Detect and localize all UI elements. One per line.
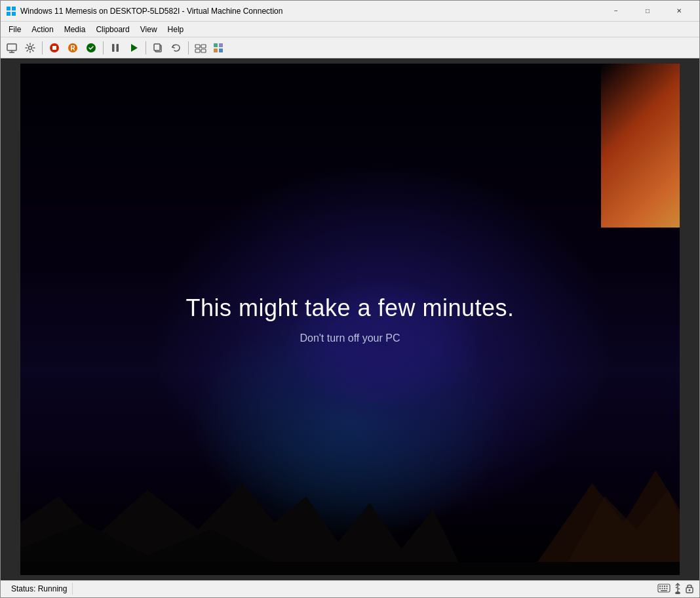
svg-rect-17 (154, 44, 160, 50)
svg-rect-3 (12, 12, 16, 16)
vm-main-text: This might take a few minutes. (185, 294, 514, 322)
svg-text:R: R (70, 45, 75, 52)
toolbar-settings-btn[interactable] (22, 39, 39, 56)
status-left: Status: Running (6, 583, 73, 595)
toolbar-undo-btn[interactable] (168, 39, 185, 56)
toolbar-sep-2 (103, 41, 104, 54)
svg-rect-23 (219, 43, 223, 47)
svg-marker-15 (131, 44, 138, 52)
menu-media[interactable]: Media (59, 23, 91, 36)
svg-rect-33 (662, 586, 663, 587)
svg-rect-34 (664, 586, 665, 587)
maximize-button[interactable]: □ (632, 1, 663, 22)
window-title: Windows 11 Memesis on DESKTOP-5LD582I - … (20, 7, 601, 16)
title-bar: Windows 11 Memesis on DESKTOP-5LD582I - … (1, 1, 699, 22)
menu-view[interactable]: View (135, 23, 163, 36)
svg-rect-24 (214, 49, 218, 52)
app-icon (6, 6, 16, 16)
svg-rect-40 (661, 590, 667, 591)
svg-rect-13 (112, 44, 115, 52)
toolbar-sep-3 (146, 41, 146, 54)
usb-icon (673, 582, 682, 596)
svg-rect-0 (7, 7, 10, 10)
menu-help[interactable]: Help (163, 23, 189, 36)
status-running: Status: Running (6, 583, 73, 595)
vm-text-overlay: This might take a few minutes. Don't tur… (185, 294, 514, 344)
svg-point-44 (689, 589, 691, 591)
svg-rect-21 (201, 49, 206, 52)
menu-action[interactable]: Action (26, 23, 58, 36)
menu-file[interactable]: File (3, 23, 26, 36)
svg-rect-32 (659, 586, 661, 587)
lock-icon (685, 583, 694, 595)
svg-rect-37 (662, 588, 663, 589)
toolbar-sep-4 (188, 41, 189, 54)
toolbar-stats-btn[interactable] (210, 39, 227, 56)
minimize-button[interactable]: − (601, 1, 631, 22)
svg-rect-36 (659, 588, 661, 589)
svg-rect-38 (664, 588, 665, 589)
toolbar-checkpoint-btn[interactable] (83, 39, 100, 56)
toolbar-reset-btn[interactable]: R (64, 39, 81, 56)
svg-rect-30 (20, 562, 680, 575)
close-button[interactable]: ✕ (664, 1, 694, 22)
menu-clipboard[interactable]: Clipboard (90, 23, 134, 36)
toolbar-copy-btn[interactable] (149, 39, 166, 56)
svg-rect-4 (7, 44, 16, 50)
toolbar-ctrlaltdel-btn[interactable] (192, 39, 209, 56)
status-right (657, 582, 694, 596)
svg-rect-19 (201, 45, 206, 48)
svg-point-7 (29, 46, 32, 49)
svg-rect-22 (214, 43, 218, 47)
sunset-glow (601, 64, 680, 228)
toolbar-sep-1 (42, 41, 43, 54)
main-window: Windows 11 Memesis on DESKTOP-5LD582I - … (0, 0, 700, 598)
svg-rect-1 (12, 7, 16, 10)
menu-bar: File Action Media Clipboard View Help (1, 22, 699, 37)
svg-rect-14 (117, 44, 119, 52)
svg-rect-35 (667, 586, 668, 587)
vm-screen[interactable]: This might take a few minutes. Don't tur… (20, 64, 680, 575)
svg-rect-20 (195, 49, 200, 52)
status-bar: Status: Running (1, 580, 699, 597)
svg-rect-2 (7, 12, 10, 16)
svg-rect-9 (52, 46, 56, 50)
svg-point-42 (678, 588, 680, 589)
svg-point-41 (676, 587, 677, 588)
window-controls: − □ ✕ (601, 1, 694, 22)
toolbar-stop-btn[interactable] (46, 39, 63, 56)
toolbar: R (1, 37, 699, 58)
svg-rect-25 (219, 49, 223, 52)
keyboard-icon (657, 584, 671, 595)
svg-rect-18 (195, 45, 200, 48)
svg-rect-39 (667, 588, 668, 589)
toolbar-connect-btn[interactable] (3, 39, 20, 56)
mountain-silhouette (20, 444, 680, 575)
vm-sub-text: Don't turn off your PC (185, 332, 514, 344)
toolbar-pause-btn[interactable] (107, 39, 124, 56)
screen-container[interactable]: This might take a few minutes. Don't tur… (1, 58, 699, 580)
toolbar-play-btn[interactable] (125, 39, 142, 56)
